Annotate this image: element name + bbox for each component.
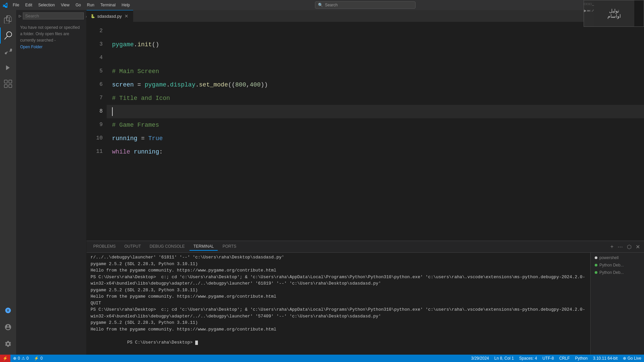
terminal-session-python-2[interactable]: Python Deb...: [591, 269, 644, 276]
menu-view[interactable]: View: [58, 2, 72, 8]
tab-terminal[interactable]: TERMINAL: [190, 243, 218, 251]
status-position[interactable]: Ln 8, Col 1: [492, 355, 517, 362]
titlebar-left: File Edit Selection View Go Run Terminal…: [0, 2, 132, 8]
code-token: screen: [112, 80, 134, 90]
activity-extensions[interactable]: [0, 76, 16, 92]
overlay-ctrl-1[interactable]: □: [584, 2, 586, 6]
status-info[interactable]: ⚡ 0: [31, 355, 45, 362]
spaces-text: Spaces: 4: [519, 356, 537, 361]
terminal-line-1: r/../..\debugpy\launcher' '61811' '--' '…: [91, 254, 586, 261]
status-language[interactable]: Python: [573, 355, 590, 362]
activity-settings[interactable]: [0, 336, 16, 352]
code-editor[interactable]: 2 3 4 5 6 7 8 9 10 11 pygame.init(): [87, 22, 644, 241]
code-token: (): [152, 40, 159, 50]
overlay-ctrl-2[interactable]: □: [587, 2, 589, 6]
error-icon: ⊕: [13, 356, 16, 361]
session-dot: [595, 256, 597, 259]
code-content[interactable]: pygame.init() # Main Screen screen = pyg…: [107, 22, 644, 241]
status-encoding[interactable]: UTF-8: [540, 355, 556, 362]
eol-text: CRLF: [559, 356, 570, 361]
terminal-close-icon[interactable]: ✕: [634, 243, 641, 251]
status-go-live[interactable]: ⊕ Go Live: [620, 355, 644, 362]
open-folder-link[interactable]: Open Folder: [20, 45, 43, 49]
search-placeholder: Search: [325, 3, 338, 7]
terminal-session-python-1[interactable]: Python Deb...: [591, 261, 644, 269]
code-token: .: [195, 80, 199, 90]
activity-accounts[interactable]: [0, 319, 16, 335]
code-line-10: running = True: [107, 132, 644, 145]
language-text: Python: [575, 356, 588, 361]
terminal-cursor: [195, 341, 198, 345]
code-token: .: [166, 80, 170, 90]
terminal-sessions-panel: powershell Python Deb... Python Deb...: [590, 253, 644, 355]
activity-search[interactable]: [0, 27, 16, 44]
status-remote[interactable]: ⚡: [0, 355, 10, 362]
activity-explorer[interactable]: [0, 11, 16, 27]
menu-go[interactable]: Go: [73, 2, 84, 8]
menu-terminal[interactable]: Terminal: [98, 2, 118, 8]
menu-run[interactable]: Run: [84, 2, 97, 8]
terminal-actions: + ⋯ ⬡ ✕: [609, 243, 641, 251]
menu-selection[interactable]: Selection: [36, 2, 57, 8]
overlay-control-row-1: □ □ □ _: [584, 0, 594, 7]
status-python-version[interactable]: 3.10.11 64-bit: [590, 355, 620, 362]
terminal-session-powershell[interactable]: powershell: [591, 254, 644, 261]
code-token: ,: [246, 80, 250, 90]
code-token: ((: [228, 80, 235, 90]
code-line-4: [107, 51, 644, 65]
menu-edit[interactable]: Edit: [22, 2, 35, 8]
menu-file[interactable]: File: [10, 2, 22, 8]
overlay-play-btn[interactable]: ▶: [584, 9, 587, 12]
go-live-text: ⊕ Go Live: [623, 356, 641, 361]
terminal-line-9: pygame 2.5.2 (SDL 2.28.3, Python 3.10.11…: [91, 319, 586, 326]
code-token: 400: [250, 80, 261, 90]
line-numbers: 2 3 4 5 6 7 8 9 10 11: [87, 22, 107, 241]
tab-debug-console[interactable]: DEBUG CONSOLE: [146, 243, 189, 251]
status-spaces[interactable]: Spaces: 4: [517, 355, 540, 362]
overlay-thumbnail: □ □ □ _ ▶ ⏭ ⤢ توليل اواسام: [584, 0, 644, 27]
titlebar-center: 🔍 Search: [132, 1, 598, 9]
titlebar-menu: File Edit Selection View Go Run Terminal…: [10, 2, 132, 8]
titlebar: File Edit Selection View Go Run Terminal…: [0, 0, 644, 10]
terminal-main: r/../..\debugpy\launcher' '61811' '--' '…: [87, 253, 590, 355]
status-errors[interactable]: ⊕ 0 ⚠ 0: [10, 355, 31, 362]
code-token: # Title and Icon: [112, 94, 170, 103]
code-token: [130, 147, 134, 157]
overlay-skip-btn[interactable]: ⏭: [587, 9, 591, 12]
tab-problems[interactable]: PROBLEMS: [89, 243, 120, 251]
session-dot: [595, 271, 597, 274]
cursor: [112, 107, 113, 116]
status-date[interactable]: 3/29/2024: [468, 355, 491, 362]
code-token: init: [138, 40, 152, 50]
activity-run-debug[interactable]: [0, 60, 16, 76]
menu-help[interactable]: Help: [119, 2, 133, 8]
overlay-ctrl-3[interactable]: □: [589, 2, 591, 6]
tab-close-icon[interactable]: ✕: [124, 13, 129, 19]
sidebar-collapse-icon[interactable]: ▷: [19, 14, 21, 18]
terminal-output[interactable]: r/../..\debugpy\launcher' '61811' '--' '…: [87, 253, 590, 355]
terminal-add-icon[interactable]: +: [609, 243, 615, 250]
tab-sdasdasd-py[interactable]: 🐍 sdasdasd.py ✕: [87, 10, 133, 22]
status-eol[interactable]: CRLF: [556, 355, 572, 362]
terminal-line-11[interactable]: PS C:\Users\raha\Desktop>: [91, 333, 586, 352]
code-token: =: [134, 80, 145, 90]
activity-source-control[interactable]: [0, 44, 16, 60]
code-token: running: [134, 147, 159, 157]
search-input[interactable]: [23, 12, 84, 19]
code-token: 800: [235, 80, 246, 90]
code-token: pygame: [145, 80, 166, 90]
terminal-maximize-icon[interactable]: ⬡: [626, 243, 633, 251]
encoding-text: UTF-8: [542, 356, 554, 361]
code-line-9: # Game Frames: [107, 118, 644, 132]
status-right: 3/29/2024 Ln 8, Col 1 Spaces: 4 UTF-8 CR…: [468, 355, 644, 362]
overlay-expand-btn[interactable]: ⤢: [591, 9, 594, 12]
overlay-ctrl-4[interactable]: _: [592, 2, 594, 6]
terminal-line-10: Hello from the pygame community. https:/…: [91, 326, 586, 333]
titlebar-search[interactable]: 🔍 Search: [315, 1, 416, 9]
sidebar-content: You have not opened or specified a folde…: [16, 22, 86, 53]
terminal-split-icon[interactable]: ⋯: [616, 243, 624, 251]
activity-remote[interactable]: [0, 302, 16, 318]
remote-icon: ⚡: [3, 356, 8, 361]
tab-output[interactable]: OUTPUT: [120, 243, 145, 251]
tab-ports[interactable]: PORTS: [218, 243, 240, 251]
